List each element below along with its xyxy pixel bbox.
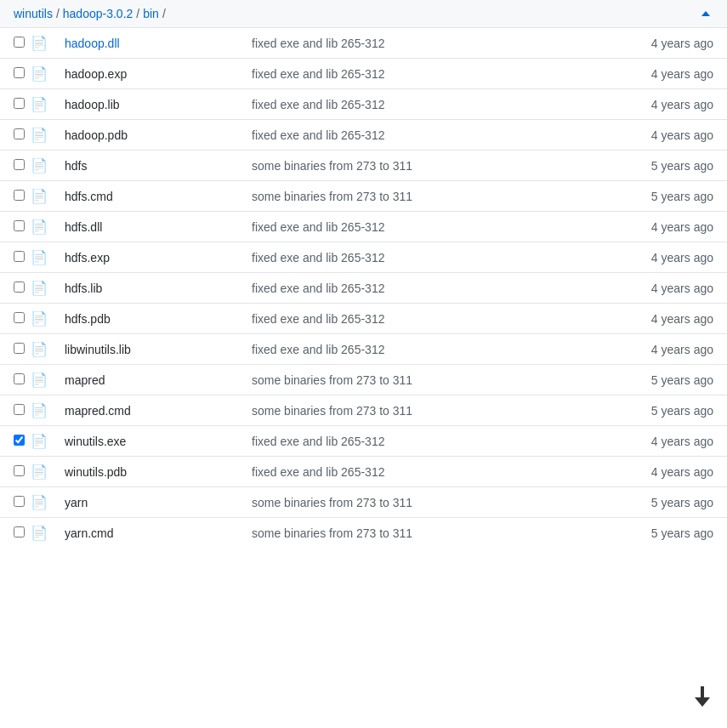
file-name-cell: yarn (51, 487, 238, 518)
file-icon: 📄 (31, 36, 48, 50)
file-name: winutils.exe (65, 435, 126, 448)
file-checkbox[interactable] (14, 526, 25, 537)
table-row: 📄hadoop.expfixed exe and lib 265-3124 ye… (0, 59, 727, 89)
file-icon-cell: 📄 (27, 426, 51, 457)
file-checkbox[interactable] (14, 67, 25, 78)
file-icon: 📄 (31, 281, 48, 295)
top-link[interactable] (701, 11, 713, 16)
file-checkbox[interactable] (14, 404, 25, 415)
file-time: 4 years ago (625, 426, 727, 457)
file-icon-cell: 📄 (27, 457, 51, 487)
file-icon-cell: 📄 (27, 181, 51, 212)
file-name-cell: hdfs.pdb (51, 304, 238, 334)
file-checkbox[interactable] (14, 98, 25, 109)
file-icon-cell: 📄 (27, 365, 51, 395)
file-icon-cell: 📄 (27, 334, 51, 365)
table-row: 📄winutils.pdbfixed exe and lib 265-3124 … (0, 457, 727, 487)
file-checkbox[interactable] (14, 435, 25, 446)
file-time: 4 years ago (625, 212, 727, 242)
file-checkbox[interactable] (14, 465, 25, 476)
file-name-cell: hdfs.dll (51, 212, 238, 242)
file-icon: 📄 (31, 526, 48, 540)
file-icon: 📄 (31, 128, 48, 142)
file-message: some binaries from 273 to 311 (238, 487, 625, 518)
checkbox-cell (0, 334, 27, 365)
file-icon-cell: 📄 (27, 273, 51, 304)
header: winutils / hadoop-3.0.2 / bin / (0, 0, 727, 28)
file-time: 5 years ago (625, 518, 727, 549)
file-message: fixed exe and lib 265-312 (238, 59, 625, 89)
file-checkbox[interactable] (14, 37, 25, 48)
file-message: fixed exe and lib 265-312 (238, 273, 625, 304)
table-row: 📄hdfs.pdbfixed exe and lib 265-3124 year… (0, 304, 727, 334)
file-icon: 📄 (31, 373, 48, 387)
file-icon: 📄 (31, 158, 48, 173)
table-row: 📄hadoop.pdbfixed exe and lib 265-3124 ye… (0, 120, 727, 151)
file-time: 5 years ago (625, 487, 727, 518)
file-icon: 📄 (31, 342, 48, 356)
file-name-cell: libwinutils.lib (51, 334, 238, 365)
checkbox-cell (0, 89, 27, 120)
file-checkbox[interactable] (14, 220, 25, 231)
file-checkbox[interactable] (14, 282, 25, 293)
file-message: fixed exe and lib 265-312 (238, 28, 625, 59)
checkbox-cell (0, 59, 27, 89)
table-row: 📄yarn.cmdsome binaries from 273 to 3115 … (0, 518, 727, 549)
checkbox-cell (0, 120, 27, 151)
file-checkbox[interactable] (14, 496, 25, 507)
file-icon: 📄 (31, 66, 48, 81)
file-message: fixed exe and lib 265-312 (238, 334, 625, 365)
file-icon-cell: 📄 (27, 151, 51, 181)
table-row: 📄mapredsome binaries from 273 to 3115 ye… (0, 365, 727, 395)
file-checkbox[interactable] (14, 343, 25, 354)
file-icon: 📄 (31, 219, 48, 234)
file-icon: 📄 (31, 97, 48, 111)
file-checkbox[interactable] (14, 373, 25, 384)
breadcrumb-bin[interactable]: bin (143, 7, 159, 20)
file-name-cell: yarn.cmd (51, 518, 238, 549)
file-message: some binaries from 273 to 311 (238, 518, 625, 549)
breadcrumb-hadoop[interactable]: hadoop-3.0.2 (63, 7, 133, 20)
file-checkbox[interactable] (14, 128, 25, 139)
file-icon-cell: 📄 (27, 59, 51, 89)
file-name: hadoop.pdb (65, 128, 128, 142)
table-row: 📄hadoop.libfixed exe and lib 265-3124 ye… (0, 89, 727, 120)
file-time: 4 years ago (625, 28, 727, 59)
file-icon-cell: 📄 (27, 28, 51, 59)
file-checkbox[interactable] (14, 312, 25, 323)
checkbox-cell (0, 457, 27, 487)
breadcrumb-winutils[interactable]: winutils (14, 7, 53, 20)
checkbox-cell (0, 273, 27, 304)
file-name: hdfs.cmd (65, 190, 113, 203)
table-row: 📄hdfs.cmdsome binaries from 273 to 3115 … (0, 181, 727, 212)
file-message: some binaries from 273 to 311 (238, 395, 625, 426)
file-name-cell: hadoop.exp (51, 59, 238, 89)
file-name: hdfs.exp (65, 251, 110, 264)
file-message: fixed exe and lib 265-312 (238, 304, 625, 334)
table-row: 📄libwinutils.libfixed exe and lib 265-31… (0, 334, 727, 365)
table-row: 📄hdfssome binaries from 273 to 3115 year… (0, 151, 727, 181)
checkbox-cell (0, 487, 27, 518)
file-name-cell: hdfs.exp (51, 242, 238, 273)
file-name-cell: winutils.exe (51, 426, 238, 457)
file-checkbox[interactable] (14, 190, 25, 201)
file-checkbox[interactable] (14, 251, 25, 262)
file-message: fixed exe and lib 265-312 (238, 457, 625, 487)
table-row: 📄hadoop.dllfixed exe and lib 265-3124 ye… (0, 28, 727, 59)
file-icon-cell: 📄 (27, 120, 51, 151)
file-time: 4 years ago (625, 273, 727, 304)
file-message: some binaries from 273 to 311 (238, 365, 625, 395)
table-row: 📄yarnsome binaries from 273 to 3115 year… (0, 487, 727, 518)
file-checkbox[interactable] (14, 159, 25, 170)
file-message: fixed exe and lib 265-312 (238, 242, 625, 273)
table-row: 📄hdfs.dllfixed exe and lib 265-3124 year… (0, 212, 727, 242)
file-name-link[interactable]: hadoop.dll (65, 37, 120, 50)
file-time: 4 years ago (625, 89, 727, 120)
file-icon-cell: 📄 (27, 242, 51, 273)
file-time: 5 years ago (625, 181, 727, 212)
file-icon-cell: 📄 (27, 304, 51, 334)
sep-2: / (136, 7, 139, 20)
table-row: 📄winutils.exefixed exe and lib 265-3124 … (0, 426, 727, 457)
file-name: mapred.cmd (65, 404, 131, 418)
checkbox-cell (0, 151, 27, 181)
